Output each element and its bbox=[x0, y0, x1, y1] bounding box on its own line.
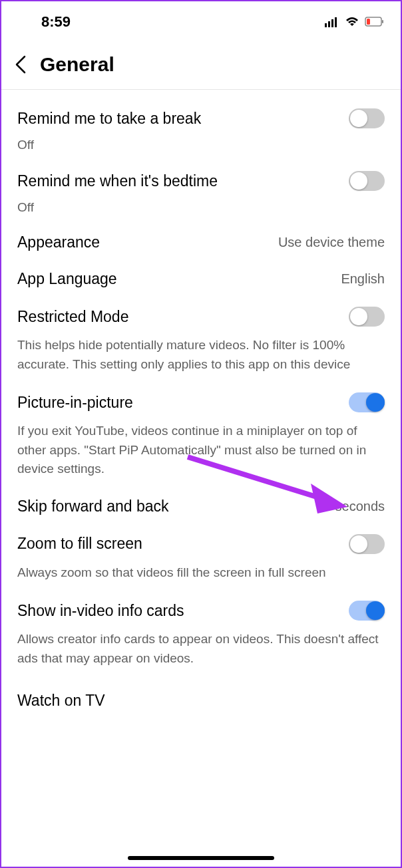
setting-title: App Language bbox=[17, 270, 117, 288]
setting-title: Watch on TV bbox=[17, 692, 105, 710]
svg-rect-6 bbox=[382, 20, 383, 23]
setting-watch-on-tv[interactable]: Watch on TV bbox=[17, 668, 385, 710]
back-button[interactable] bbox=[15, 55, 27, 74]
settings-list: Remind me to take a break Off Remind me … bbox=[1, 90, 401, 710]
setting-title: Zoom to fill screen bbox=[17, 535, 142, 553]
setting-skip-forward-back[interactable]: Skip forward and back 10 seconds bbox=[17, 479, 385, 515]
setting-value: Use device theme bbox=[278, 235, 385, 250]
svg-rect-2 bbox=[331, 19, 333, 27]
setting-zoom-fill[interactable]: Zoom to fill screen Always zoom so that … bbox=[17, 515, 385, 583]
setting-desc: This helps hide potentially mature video… bbox=[17, 336, 385, 374]
toggle-restricted-mode[interactable] bbox=[349, 307, 385, 327]
setting-desc: Always zoom so that videos fill the scre… bbox=[17, 563, 385, 583]
setting-title: Appearance bbox=[17, 233, 100, 251]
page-title: General bbox=[40, 53, 114, 76]
svg-rect-0 bbox=[325, 23, 327, 27]
setting-value: 10 seconds bbox=[317, 499, 385, 514]
status-icons bbox=[325, 17, 385, 27]
setting-info-cards[interactable]: Show in-video info cards Allows creator … bbox=[17, 582, 385, 668]
toggle-info-cards[interactable] bbox=[349, 601, 385, 621]
cellular-signal-icon bbox=[325, 17, 339, 27]
toggle-picture-in-picture[interactable] bbox=[349, 392, 385, 412]
svg-rect-5 bbox=[367, 19, 370, 25]
setting-remind-bedtime[interactable]: Remind me when it's bedtime Off bbox=[17, 152, 385, 215]
battery-low-icon bbox=[365, 17, 385, 27]
setting-desc: Allows creator info cards to appear on v… bbox=[17, 630, 385, 668]
wifi-icon bbox=[345, 17, 359, 27]
setting-title: Skip forward and back bbox=[17, 498, 169, 515]
svg-rect-3 bbox=[335, 17, 337, 27]
home-indicator[interactable] bbox=[128, 856, 274, 860]
setting-appearance[interactable]: Appearance Use device theme bbox=[17, 215, 385, 251]
toggle-remind-bedtime[interactable] bbox=[349, 171, 385, 191]
setting-restricted-mode[interactable]: Restricted Mode This helps hide potentia… bbox=[17, 288, 385, 374]
setting-title: Remind me to take a break bbox=[17, 110, 201, 128]
setting-title: Picture-in-picture bbox=[17, 394, 133, 412]
setting-value: English bbox=[341, 271, 385, 287]
toggle-zoom-fill[interactable] bbox=[349, 534, 385, 554]
status-time: 8:59 bbox=[41, 13, 71, 31]
setting-title: Restricted Mode bbox=[17, 308, 128, 326]
svg-rect-1 bbox=[328, 21, 330, 27]
setting-remind-break[interactable]: Remind me to take a break Off bbox=[17, 90, 385, 152]
setting-title: Show in-video info cards bbox=[17, 602, 184, 620]
setting-app-language[interactable]: App Language English bbox=[17, 251, 385, 288]
setting-picture-in-picture[interactable]: Picture-in-picture If you exit YouTube, … bbox=[17, 374, 385, 479]
status-bar: 8:59 bbox=[1, 1, 401, 37]
toggle-remind-break[interactable] bbox=[349, 108, 385, 128]
header: General bbox=[1, 37, 401, 90]
setting-subtitle: Off bbox=[17, 138, 385, 152]
setting-subtitle: Off bbox=[17, 200, 385, 215]
setting-title: Remind me when it's bedtime bbox=[17, 172, 218, 190]
setting-desc: If you exit YouTube, videos continue in … bbox=[17, 422, 385, 479]
